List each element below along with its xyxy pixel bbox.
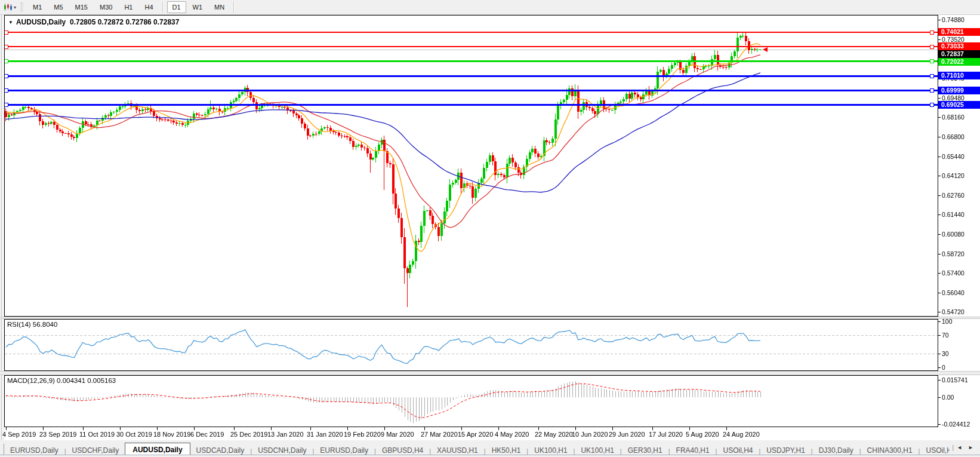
chart-title-symbol: AUDUSD,Daily <box>16 18 66 26</box>
price-tick-label: 0.64120 <box>942 172 964 179</box>
price-tick-label: 0.54720 <box>942 308 964 315</box>
rsi-tick-label: 70 <box>942 332 949 339</box>
chart-title: ▼AUDUSD,Daily 0.72805 0.72872 0.72786 0.… <box>8 18 179 26</box>
timeframe-button-w1[interactable]: W1 <box>187 1 208 13</box>
timeframe-button-d1[interactable]: D1 <box>167 1 186 13</box>
date-tick-label: 30 Oct 2019 <box>116 431 152 438</box>
rsi-pane-label: RSI(14) 56.8040 <box>7 321 57 328</box>
price-tick-label: 0.60080 <box>942 231 964 238</box>
timeframe-button-m30[interactable]: M30 <box>94 1 118 13</box>
tab-scroll-arrows: | ◄ ► <box>950 440 979 455</box>
macd-tick-label: 0.015741 <box>942 376 968 384</box>
tab-scroll-left-icon[interactable]: ◄ <box>957 444 962 450</box>
date-tick-label: 6 Dec 2019 <box>190 431 224 438</box>
price-tick-label: 0.61440 <box>942 211 964 218</box>
date-tick-label: 15 Apr 2020 <box>458 431 493 438</box>
chart-canvas[interactable] <box>0 0 980 457</box>
toolbar-grip <box>21 2 23 12</box>
date-tick-label: 10 Jun 2020 <box>572 431 608 438</box>
hline-price-badge: 0.71010 <box>938 72 980 79</box>
rsi-tick-label: 30 <box>942 350 949 357</box>
macd-pane-label: MACD(12,26,9) 0.004341 0.005163 <box>7 377 116 384</box>
price-tick-label: 0.57400 <box>942 269 964 277</box>
price-tick-label: 0.56040 <box>942 289 964 296</box>
hline-price-badge: 0.74021 <box>938 28 980 36</box>
timeframe-button-m5[interactable]: M5 <box>48 1 68 13</box>
date-tick-label: 11 Oct 2019 <box>79 431 115 438</box>
date-tick-label: 17 Jul 2020 <box>649 431 683 438</box>
chevron-down-icon[interactable]: ▾ <box>14 5 16 10</box>
date-tick-label: 18 Nov 2019 <box>153 431 190 438</box>
hline-price-badge: 0.69999 <box>938 87 980 94</box>
date-tick-label: 25 Dec 2019 <box>230 431 267 438</box>
date-tick-label: 23 Sep 2019 <box>39 431 76 438</box>
macd-tick-label: 0.00 <box>942 394 954 401</box>
price-tick-label: 0.66800 <box>942 133 964 140</box>
rsi-tick-label: 0 <box>942 364 945 371</box>
tab-strip-stub <box>0 444 4 456</box>
toolbar-separator <box>162 2 164 13</box>
mt4-window: ▾ M1M5M15M30H1H4D1W1MN ▼AUDUSD,Daily 0.7… <box>0 0 980 457</box>
tab-scroll-right-icon[interactable]: ► <box>968 444 973 450</box>
date-tick-label: 19 Feb 2020 <box>344 431 381 438</box>
date-tick-label: 4 May 2020 <box>495 431 529 438</box>
macd-tick-label: -0.024412 <box>942 421 970 428</box>
timeframe-button-m15[interactable]: M15 <box>70 1 93 13</box>
rsi-tick-label: 100 <box>942 318 953 325</box>
candlestick-icon <box>4 3 12 11</box>
timeframe-buttons: M1M5M15M30H1H4D1W1MN <box>27 1 238 13</box>
hline-price-badge: 0.73033 <box>938 42 980 50</box>
timeframe-toolbar: ▾ M1M5M15M30H1H4D1W1MN <box>0 0 980 15</box>
date-tick-label: 27 Mar 2020 <box>421 431 458 438</box>
current-price-badge: 0.72837 <box>938 50 980 58</box>
hline-price-badge: 0.72022 <box>938 58 980 66</box>
timeframe-button-h1[interactable]: H1 <box>119 1 138 13</box>
timeframe-button-mn[interactable]: MN <box>209 1 230 13</box>
price-tick-label: 0.68160 <box>942 114 964 121</box>
toolbar-separator <box>233 2 235 13</box>
date-tick-label: 29 Jun 2020 <box>609 431 645 438</box>
date-tick-label: 22 May 2020 <box>535 431 573 438</box>
date-tick-label: 24 Aug 2020 <box>723 431 760 438</box>
status-strip <box>0 455 980 457</box>
tab-separator: | <box>952 444 954 451</box>
timeframe-button-h4[interactable]: H4 <box>139 1 158 13</box>
hline-price-badge: 0.69025 <box>938 101 980 109</box>
collapse-icon[interactable]: ▼ <box>8 20 13 25</box>
date-tick-label: 5 Aug 2020 <box>686 431 719 438</box>
date-tick-label: 4 Sep 2019 <box>2 431 36 438</box>
price-tick-label: 0.74880 <box>942 16 964 23</box>
date-tick-label: 13 Jan 2020 <box>267 431 304 438</box>
price-tick-label: 0.65440 <box>942 153 964 160</box>
chart-title-quote: 0.72805 0.72872 0.72786 0.72837 <box>70 18 180 26</box>
date-tick-label: 31 Jan 2020 <box>307 431 343 438</box>
price-tick-label: 0.58720 <box>942 250 964 257</box>
price-tick-label: 0.62760 <box>942 192 964 199</box>
date-tick-label: 9 Mar 2020 <box>381 431 414 438</box>
timeframe-button-m1[interactable]: M1 <box>27 1 47 13</box>
chart-type-icon[interactable] <box>2 2 13 12</box>
